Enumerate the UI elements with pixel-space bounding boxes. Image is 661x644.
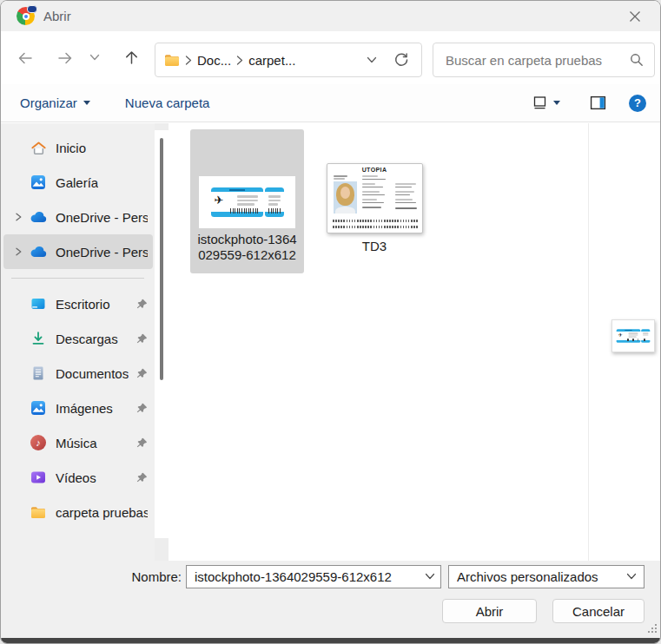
resize-grip[interactable] xyxy=(648,621,658,636)
sidebar-item-label: OneDrive - Perso xyxy=(56,210,148,225)
caret-down-icon xyxy=(553,101,560,105)
open-button[interactable]: Abrir xyxy=(442,599,537,623)
pictures-icon xyxy=(29,400,48,416)
home-icon xyxy=(29,140,48,156)
scrollbar-thumb[interactable] xyxy=(160,138,163,380)
breadcrumb[interactable]: Doc... carpet... xyxy=(155,43,422,77)
chevron-down-icon xyxy=(367,56,377,64)
back-arrow-icon xyxy=(17,51,33,65)
onedrive-icon xyxy=(29,211,48,223)
preview-pane-button[interactable] xyxy=(585,92,611,114)
new-folder-button[interactable]: Nueva carpeta xyxy=(118,90,217,115)
sidebar-item-musica[interactable]: ♪ Música xyxy=(3,425,153,460)
sidebar-item-label: Galería xyxy=(56,175,98,190)
search-box[interactable] xyxy=(433,43,655,77)
refresh-icon xyxy=(393,52,409,68)
passport-thumbnail: UTOPIA xyxy=(327,163,423,233)
history-dropdown-button[interactable] xyxy=(85,45,104,71)
barcode xyxy=(268,208,281,214)
sidebar-item-label: Música xyxy=(56,436,97,450)
organize-button[interactable]: Organizar xyxy=(13,90,97,115)
barcode xyxy=(625,338,638,341)
sidebar-item-label: Imágenes xyxy=(56,401,113,416)
pin-icon xyxy=(133,437,148,449)
address-dropdown-button[interactable] xyxy=(360,56,383,64)
chrome-icon-badge xyxy=(27,5,37,13)
pin-icon xyxy=(133,299,148,310)
file-name-input[interactable] xyxy=(193,568,425,585)
sidebar-item-label: OneDrive - Perso xyxy=(56,245,148,260)
preview-pane-icon xyxy=(590,95,606,110)
file-item-td3[interactable]: UTOPIA xyxy=(309,129,440,273)
view-mode-button[interactable] xyxy=(527,92,565,114)
chrome-icon xyxy=(17,7,35,25)
desktop-icon xyxy=(29,296,48,312)
sidebar-item-descargas[interactable]: Descargas xyxy=(3,321,153,356)
sidebar-item-label: Documentos xyxy=(56,366,129,381)
help-button[interactable]: ? xyxy=(629,95,646,112)
sidebar-item-escritorio[interactable]: Escritorio xyxy=(3,286,153,321)
pin-icon xyxy=(133,368,148,379)
thumbnails-view-icon xyxy=(532,95,547,110)
documents-icon xyxy=(29,365,48,381)
cancel-button[interactable]: Cancelar xyxy=(552,599,644,623)
chevron-down-icon[interactable] xyxy=(425,573,435,581)
navigation-toolbar: Doc... carpet... xyxy=(1,31,660,84)
navigation-sidebar: Inicio Galería OneDrive - Perso xyxy=(1,123,155,561)
file-item-istockphoto[interactable]: ✈ xyxy=(190,129,304,273)
pin-icon xyxy=(133,403,148,414)
sidebar-item-imagenes[interactable]: Imágenes xyxy=(3,391,153,425)
chrome-icon-center xyxy=(23,13,30,20)
sidebar-item-carpeta-pruebas[interactable]: carpeta pruebas xyxy=(3,495,153,529)
sidebar-item-label: Inicio xyxy=(56,141,86,155)
file-type-dropdown[interactable]: Archivos personalizados xyxy=(448,565,644,588)
forward-button[interactable] xyxy=(52,45,78,71)
sidebar-item-label: Escritorio xyxy=(56,297,110,312)
sidebar-item-galeria[interactable]: Galería xyxy=(3,165,153,200)
sidebar-item-documentos[interactable]: Documentos xyxy=(3,356,153,391)
refresh-button[interactable] xyxy=(388,52,414,68)
preview-thumbnail: ✈ xyxy=(611,319,655,352)
back-button[interactable] xyxy=(12,45,38,71)
pin-icon xyxy=(133,472,148,483)
sidebar-item-label: Vídeos xyxy=(56,470,96,485)
onedrive-icon xyxy=(29,246,48,258)
videos-icon xyxy=(29,470,48,485)
sidebar-item-onedrive-2[interactable]: OneDrive - Perso xyxy=(3,234,153,269)
sidebar-item-label: carpeta pruebas xyxy=(56,505,148,520)
folder-icon xyxy=(164,54,180,67)
open-file-dialog: Abrir Doc... carpe xyxy=(0,0,661,644)
chevron-down-icon xyxy=(89,54,100,62)
up-arrow-icon xyxy=(124,50,139,65)
chevron-right-icon[interactable] xyxy=(15,213,29,221)
dialog-footer: Nombre: Archivos personalizados Abrir Ca… xyxy=(1,561,660,643)
sidebar-item-inicio[interactable]: Inicio xyxy=(3,130,153,165)
file-name-combobox[interactable] xyxy=(186,565,441,588)
sidebar-scrollbar[interactable] xyxy=(155,123,169,561)
breadcrumb-item-carpeta[interactable]: carpet... xyxy=(248,53,295,68)
airplane-icon: ✈ xyxy=(215,194,224,207)
close-button[interactable] xyxy=(622,3,648,30)
barcode xyxy=(643,338,648,341)
window-bottom-edge xyxy=(1,638,660,643)
forward-arrow-icon xyxy=(57,51,73,65)
dialog-body: Inicio Galería OneDrive - Perso xyxy=(1,123,660,561)
gallery-icon xyxy=(29,174,48,190)
sidebar-item-label: Descargas xyxy=(56,332,118,346)
ticket-header-mark xyxy=(229,189,245,191)
sidebar-item-videos[interactable]: Vídeos xyxy=(3,460,153,495)
airplane-icon: ✈ xyxy=(618,332,623,338)
file-list[interactable]: ✈ xyxy=(169,123,587,561)
search-input[interactable] xyxy=(444,52,630,69)
chevron-right-icon[interactable] xyxy=(15,247,29,256)
downloads-icon xyxy=(29,331,48,346)
up-button[interactable] xyxy=(118,45,144,71)
pin-icon xyxy=(133,333,148,345)
file-type-value: Archivos personalizados xyxy=(457,569,626,584)
breadcrumb-item-documentos[interactable]: Doc... xyxy=(197,53,231,68)
boarding-pass-thumbnail: ✈ xyxy=(199,176,295,228)
scrollbar-top-cap xyxy=(155,123,169,130)
sidebar-item-onedrive-1[interactable]: OneDrive - Perso xyxy=(3,200,153,234)
new-folder-label: Nueva carpeta xyxy=(125,95,210,110)
chevron-down-icon xyxy=(626,573,637,581)
